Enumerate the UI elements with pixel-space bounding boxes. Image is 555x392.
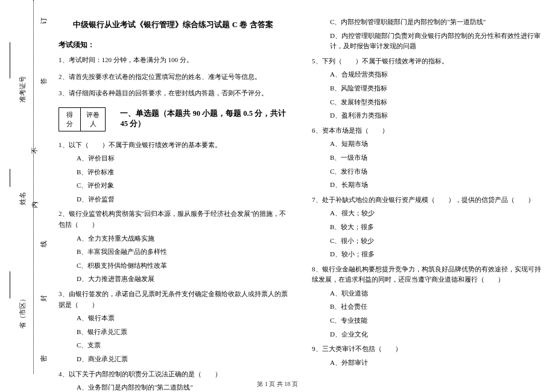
side-line-exam-id [10, 42, 10, 78]
notice-2: 2、请首先按要求在试卷的指定位置填写您的姓名、准考证号等信息。 [59, 72, 288, 82]
q5-opt-b: B、风险管理类指标 [330, 83, 541, 94]
side-line-name [10, 169, 10, 187]
q7-opt-c: C、很小；较少 [330, 236, 541, 247]
binding-char-ding: 订 [39, 17, 48, 24]
q9-stem: 9、三大类审计不包括（ ） [312, 344, 541, 355]
page-footer: 第 1 页 共 18 页 [0, 380, 555, 388]
column-right: C、内部控制管理职能部门是内部控制的"第一道防线" D、内控管理职能部门负责对商… [299, 17, 546, 370]
q3-opt-b: B、银行承兑汇票 [77, 327, 288, 338]
content-columns: 中级银行从业考试《银行管理》综合练习试题 C 卷 含答案 考试须知： 1、考试时… [51, 17, 546, 370]
question-2: 2、银行业监管机构贯彻落实"回归本源，服从服务于经济社会发展"的措施，不包括（ … [59, 209, 288, 285]
q1-opt-a: A、评价目标 [77, 153, 288, 164]
score-cell-grader: 评卷人 [81, 108, 105, 131]
q6-opt-b: B、一级市场 [330, 153, 541, 163]
q5-opt-c: C、发展转型类指标 [330, 97, 541, 108]
q2-opt-b: B、丰富我国金融产品的多样性 [77, 247, 288, 258]
q2-opt-d: D、大力推进普惠金融发展 [77, 274, 288, 285]
binding-inner-nei: 内 [30, 201, 39, 208]
exam-title: 中级银行从业考试《银行管理》综合练习试题 C 卷 含答案 [59, 19, 288, 30]
q2-opt-a: A、全力支持重大战略实施 [77, 233, 288, 244]
side-label-province: 省（市区） [18, 296, 27, 329]
q5-opt-a: A、合规经营类指标 [330, 69, 541, 80]
question-6: 6、资本市场是指（ ） A、短期市场 B、一级市场 C、发行市场 D、长期市场 [312, 125, 541, 191]
q2-opt-c: C、积极支持供给侧结构性改革 [77, 261, 288, 271]
q7-opt-b: B、较大；很多 [330, 222, 541, 233]
notice-1: 1、考试时间：120 分钟，本卷满分为 100 分。 [59, 55, 288, 65]
q1-opt-c: C、评价对象 [77, 180, 288, 191]
score-section-row: 得分 评卷人 一、单选题（本题共 90 小题，每题 0.5 分，共计 45 分） [59, 105, 288, 133]
q5-stem: 5、下列（ ）不属于银行绩效考评的指标。 [312, 56, 541, 67]
binding-char-feng: 封 [39, 295, 48, 302]
notice-heading: 考试须知： [59, 40, 288, 50]
q1-opt-b: B、评价标准 [77, 167, 288, 178]
notice-3: 3、请仔细阅读各种题目的回答要求，在密封线内答题，否则不予评分。 [59, 88, 288, 98]
q3-opt-d: D、商业承兑汇票 [77, 354, 288, 365]
side-label-exam-id: 准考证号 [18, 76, 27, 103]
q7-opt-a: A、很大；较少 [330, 208, 541, 219]
q7-stem: 7、处于补缺式地位的商业银行资产规模（ ），提供的信贷产品（ ） [312, 195, 541, 206]
q2-stem: 2、银行业监管机构贯彻落实"回归本源，服从服务于经济社会发展"的措施，不包括（ … [59, 209, 288, 230]
score-cell-score: 得分 [59, 108, 81, 131]
question-4-cont: C、内部控制管理职能部门是内部控制的"第一道防线" D、内控管理职能部门负责对商… [312, 17, 541, 52]
q3-opt-c: C、支票 [77, 340, 288, 351]
question-7: 7、处于补缺式地位的商业银行资产规模（ ），提供的信贷产品（ ） A、很大；较少… [312, 195, 541, 260]
q6-opt-a: A、短期市场 [330, 139, 541, 150]
side-label-name: 姓名 [18, 192, 27, 205]
q6-stem: 6、资本市场是指（ ） [312, 125, 541, 136]
q5-opt-d: D、盈利潜力类指标 [330, 110, 541, 121]
binding-dotted-line [33, 0, 34, 374]
score-box: 得分 评卷人 [59, 107, 106, 131]
q8-opt-b: B、社会责任 [330, 302, 541, 312]
q3-stem: 3、由银行签发的，承诺自己见票时无条件支付确定金额给收款人或持票人的票据是（ ） [59, 289, 288, 310]
question-5: 5、下列（ ）不属于银行绩效考评的指标。 A、合规经营类指标 B、风险管理类指标… [312, 56, 541, 121]
q1-opt-d: D、评价监督 [77, 194, 288, 205]
q8-stem: 8、银行业金融机构要想提升竞争力，构筑良好品牌优势的有效途径，实现可持续发展，在… [312, 264, 541, 285]
question-3: 3、由银行签发的，承诺自己见票时无条件支付确定金额给收款人或持票人的票据是（ ）… [59, 289, 288, 365]
binding-char-xian: 线 [39, 241, 48, 247]
binding-char-da: 答 [39, 78, 48, 84]
section-1-title: 一、单选题（本题共 90 小题，每题 0.5 分，共计 45 分） [120, 109, 288, 129]
q7-opt-d: D、较小；很多 [330, 249, 541, 260]
q8-opt-c: C、专业技能 [330, 315, 541, 326]
q4-stem: 4、以下关于内部控制的职责分工说法正确的是（ ） [59, 369, 288, 380]
q6-opt-c: C、发行市场 [330, 166, 541, 177]
q4-opt-d: D、内控管理职能部门负责对商业银行内部控制的充分性和有效性进行审计，及时报告审计… [330, 31, 541, 52]
q8-opt-d: D、企业文化 [330, 329, 541, 340]
question-9: 9、三大类审计不包括（ ） A、外部审计 [312, 344, 541, 368]
binding-char-mi: 密 [39, 355, 48, 362]
question-8: 8、银行业金融机构要想提升竞争力，构筑良好品牌优势的有效途径，实现可持续发展，在… [312, 264, 541, 340]
q8-opt-a: A、职业道德 [330, 288, 541, 299]
q4-opt-c: C、内部控制管理职能部门是内部控制的"第一道防线" [330, 17, 541, 28]
question-1: 1、以下（ ）不属于商业银行绩效考评的基本要素。 A、评价目标 B、评价标准 C… [59, 140, 288, 205]
q9-opt-a: A、外部审计 [330, 358, 541, 368]
q3-opt-a: A、银行本票 [77, 313, 288, 324]
side-line-province [10, 271, 10, 299]
binding-margin: 订 答 线 封 密 不 内 准考证号 姓名 省（市区） [0, 0, 47, 374]
column-left: 中级银行从业考试《银行管理》综合练习试题 C 卷 含答案 考试须知： 1、考试时… [51, 17, 299, 370]
q6-opt-d: D、长期市场 [330, 180, 541, 191]
binding-inner-bu: 不 [30, 147, 39, 154]
q1-stem: 1、以下（ ）不属于商业银行绩效考评的基本要素。 [59, 140, 288, 151]
